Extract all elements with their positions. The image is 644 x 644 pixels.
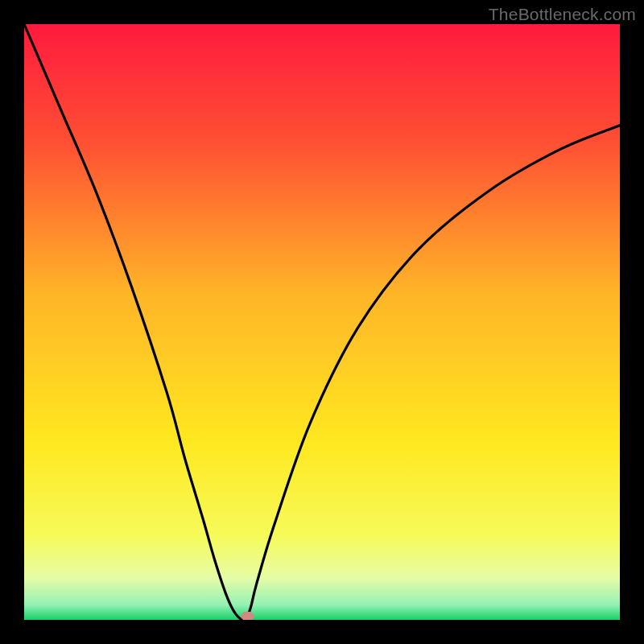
watermark-text: TheBottleneck.com [489, 5, 636, 24]
bottleneck-chart [24, 24, 620, 620]
chart-frame: TheBottleneck.com [0, 0, 644, 644]
plot-area [24, 24, 620, 620]
gradient-background [24, 24, 620, 620]
